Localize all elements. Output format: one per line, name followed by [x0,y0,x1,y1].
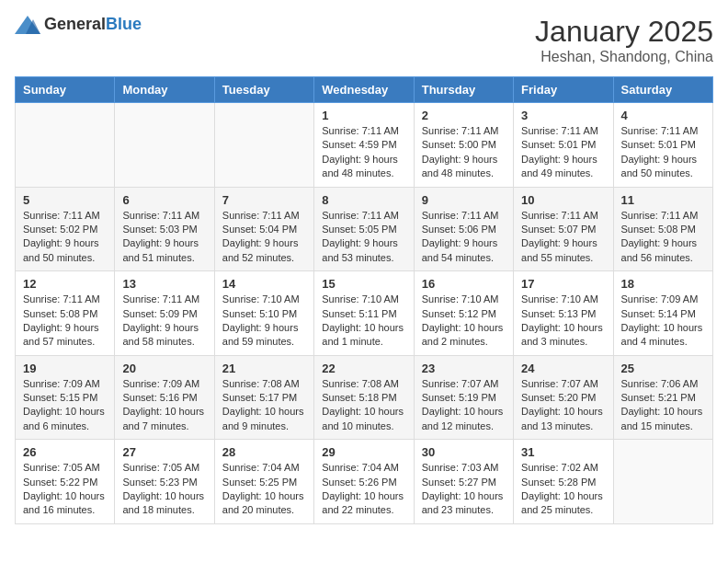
day-info: Sunrise: 7:02 AM Sunset: 5:28 PM Dayligh… [521,461,605,518]
calendar-day-cell: 16Sunrise: 7:10 AM Sunset: 5:12 PM Dayli… [414,271,513,356]
logo-text: GeneralBlue [44,15,142,34]
calendar-day-cell: 1Sunrise: 7:11 AM Sunset: 4:59 PM Daylig… [314,103,414,188]
weekday-header: Monday [115,77,214,103]
logo: GeneralBlue [15,15,142,34]
day-number: 17 [521,277,605,291]
day-info: Sunrise: 7:08 AM Sunset: 5:17 PM Dayligh… [222,377,306,434]
day-number: 19 [23,362,107,375]
day-number: 26 [23,445,107,459]
calendar-day-cell: 12Sunrise: 7:11 AM Sunset: 5:08 PM Dayli… [16,271,115,356]
calendar-day-cell [613,440,712,524]
calendar-day-cell [16,103,115,188]
day-number: 1 [322,109,405,122]
day-info: Sunrise: 7:03 AM Sunset: 5:27 PM Dayligh… [422,461,506,518]
day-info: Sunrise: 7:09 AM Sunset: 5:14 PM Dayligh… [621,293,705,350]
calendar-day-cell: 31Sunrise: 7:02 AM Sunset: 5:28 PM Dayli… [514,440,613,524]
weekday-header: Saturday [613,77,712,103]
day-number: 23 [422,362,506,375]
calendar-week-row: 1Sunrise: 7:11 AM Sunset: 4:59 PM Daylig… [16,103,713,188]
month-title: January 2025 [535,15,713,49]
day-number: 7 [222,193,306,207]
weekday-header: Friday [514,77,613,103]
day-number: 28 [222,445,306,459]
logo-general: General [44,15,106,33]
day-info: Sunrise: 7:11 AM Sunset: 5:03 PM Dayligh… [122,209,206,266]
weekday-header: Sunday [16,77,115,103]
day-info: Sunrise: 7:11 AM Sunset: 5:01 PM Dayligh… [621,124,705,181]
calendar-day-cell: 10Sunrise: 7:11 AM Sunset: 5:07 PM Dayli… [514,187,613,271]
calendar-week-row: 5Sunrise: 7:11 AM Sunset: 5:02 PM Daylig… [16,187,713,271]
day-info: Sunrise: 7:11 AM Sunset: 5:01 PM Dayligh… [521,124,605,181]
day-number: 24 [521,362,605,375]
day-number: 21 [222,362,306,375]
day-info: Sunrise: 7:07 AM Sunset: 5:20 PM Dayligh… [521,377,605,434]
day-info: Sunrise: 7:07 AM Sunset: 5:19 PM Dayligh… [422,377,506,434]
day-number: 22 [322,362,405,375]
calendar-day-cell: 8Sunrise: 7:11 AM Sunset: 5:05 PM Daylig… [314,187,414,271]
calendar-day-cell: 25Sunrise: 7:06 AM Sunset: 5:21 PM Dayli… [613,355,712,440]
calendar-day-cell: 28Sunrise: 7:04 AM Sunset: 5:25 PM Dayli… [214,440,313,524]
day-info: Sunrise: 7:06 AM Sunset: 5:21 PM Dayligh… [621,377,705,434]
calendar-week-row: 26Sunrise: 7:05 AM Sunset: 5:22 PM Dayli… [16,440,713,524]
calendar-day-cell: 17Sunrise: 7:10 AM Sunset: 5:13 PM Dayli… [514,271,613,356]
day-info: Sunrise: 7:11 AM Sunset: 5:00 PM Dayligh… [422,124,506,181]
calendar-day-cell: 4Sunrise: 7:11 AM Sunset: 5:01 PM Daylig… [613,103,712,188]
calendar-day-cell: 21Sunrise: 7:08 AM Sunset: 5:17 PM Dayli… [214,355,313,440]
day-info: Sunrise: 7:11 AM Sunset: 5:06 PM Dayligh… [422,209,506,266]
calendar-day-cell: 19Sunrise: 7:09 AM Sunset: 5:15 PM Dayli… [16,355,115,440]
day-number: 16 [422,277,506,291]
day-info: Sunrise: 7:10 AM Sunset: 5:10 PM Dayligh… [222,293,306,350]
logo-blue: Blue [106,15,142,33]
calendar-day-cell: 5Sunrise: 7:11 AM Sunset: 5:02 PM Daylig… [16,187,115,271]
day-info: Sunrise: 7:11 AM Sunset: 5:05 PM Dayligh… [322,209,405,266]
day-number: 9 [422,193,506,207]
day-number: 27 [122,445,206,459]
calendar-day-cell: 26Sunrise: 7:05 AM Sunset: 5:22 PM Dayli… [16,440,115,524]
logo-icon [15,16,40,34]
calendar-day-cell: 23Sunrise: 7:07 AM Sunset: 5:19 PM Dayli… [414,355,513,440]
calendar-day-cell: 27Sunrise: 7:05 AM Sunset: 5:23 PM Dayli… [115,440,214,524]
page-header: GeneralBlue January 2025 Heshan, Shandon… [15,15,713,65]
day-info: Sunrise: 7:11 AM Sunset: 5:09 PM Dayligh… [122,293,206,350]
day-number: 12 [23,277,107,291]
calendar-week-row: 19Sunrise: 7:09 AM Sunset: 5:15 PM Dayli… [16,355,713,440]
calendar-day-cell: 29Sunrise: 7:04 AM Sunset: 5:26 PM Dayli… [314,440,414,524]
day-number: 3 [521,109,605,122]
calendar-day-cell: 22Sunrise: 7:08 AM Sunset: 5:18 PM Dayli… [314,355,414,440]
calendar-header-row: SundayMondayTuesdayWednesdayThursdayFrid… [16,77,713,103]
day-number: 5 [23,193,107,207]
day-number: 14 [222,277,306,291]
day-info: Sunrise: 7:10 AM Sunset: 5:13 PM Dayligh… [521,293,605,350]
day-number: 2 [422,109,506,122]
weekday-header: Wednesday [314,77,414,103]
location-title: Heshan, Shandong, China [535,49,713,65]
day-number: 10 [521,193,605,207]
day-info: Sunrise: 7:08 AM Sunset: 5:18 PM Dayligh… [322,377,405,434]
calendar-day-cell: 30Sunrise: 7:03 AM Sunset: 5:27 PM Dayli… [414,440,513,524]
calendar-day-cell: 20Sunrise: 7:09 AM Sunset: 5:16 PM Dayli… [115,355,214,440]
calendar-day-cell: 6Sunrise: 7:11 AM Sunset: 5:03 PM Daylig… [115,187,214,271]
calendar-day-cell [115,103,214,188]
day-number: 4 [621,109,705,122]
calendar-day-cell: 14Sunrise: 7:10 AM Sunset: 5:10 PM Dayli… [214,271,313,356]
calendar-day-cell: 7Sunrise: 7:11 AM Sunset: 5:04 PM Daylig… [214,187,313,271]
calendar-day-cell: 15Sunrise: 7:10 AM Sunset: 5:11 PM Dayli… [314,271,414,356]
day-info: Sunrise: 7:10 AM Sunset: 5:11 PM Dayligh… [322,293,405,350]
day-info: Sunrise: 7:09 AM Sunset: 5:15 PM Dayligh… [23,377,107,434]
calendar-day-cell: 2Sunrise: 7:11 AM Sunset: 5:00 PM Daylig… [414,103,513,188]
calendar-day-cell: 11Sunrise: 7:11 AM Sunset: 5:08 PM Dayli… [613,187,712,271]
calendar-day-cell: 18Sunrise: 7:09 AM Sunset: 5:14 PM Dayli… [613,271,712,356]
day-number: 6 [122,193,206,207]
day-number: 15 [322,277,405,291]
day-number: 11 [621,193,705,207]
day-info: Sunrise: 7:09 AM Sunset: 5:16 PM Dayligh… [122,377,206,434]
day-number: 20 [122,362,206,375]
day-info: Sunrise: 7:05 AM Sunset: 5:22 PM Dayligh… [23,461,107,518]
day-info: Sunrise: 7:11 AM Sunset: 5:08 PM Dayligh… [621,209,705,266]
day-number: 31 [521,445,605,459]
day-number: 13 [122,277,206,291]
calendar-day-cell: 24Sunrise: 7:07 AM Sunset: 5:20 PM Dayli… [514,355,613,440]
day-number: 8 [322,193,405,207]
day-info: Sunrise: 7:05 AM Sunset: 5:23 PM Dayligh… [122,461,206,518]
day-info: Sunrise: 7:11 AM Sunset: 5:02 PM Dayligh… [23,209,107,266]
